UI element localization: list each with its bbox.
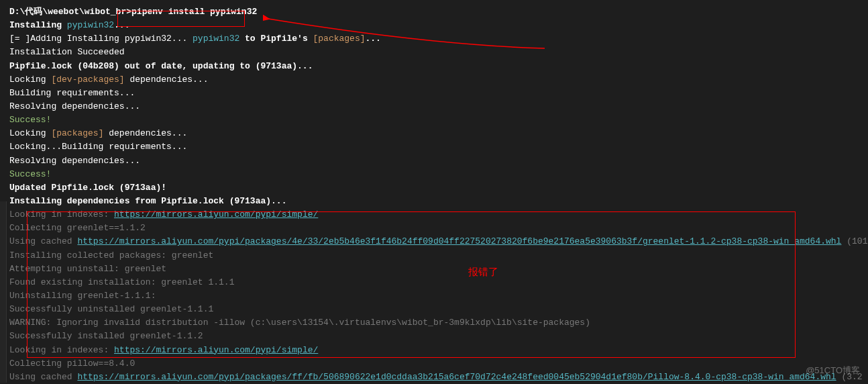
collecting-greenlet-line: Collecting greenlet==1.1.2 — [9, 222, 868, 235]
looking-label-2: Looking in indexes: — [9, 345, 114, 355]
installing-collected-line: Installing collected packages: greenlet — [9, 249, 868, 262]
adding-to: to Pipfile's — [239, 34, 313, 44]
using-cached-greenlet-line: Using cached https://mirrors.aliyun.com/… — [9, 235, 868, 248]
attempting-uninstall-line: Attempting uninstall: greenlet — [9, 262, 868, 276]
adding-dots: ... — [366, 34, 381, 44]
looking-indexes-1: Looking in indexes: https://mirrors.aliy… — [9, 208, 868, 222]
looking-label: Looking in indexes: — [9, 209, 114, 220]
uninstalled-line: Successfully uninstalled greenlet-1.1.1 — [9, 303, 868, 316]
prompt-command: pipenv install pypiwin32 — [131, 7, 257, 17]
install-succeeded-line: Installation Succeeded — [9, 46, 868, 59]
prompt-path: D:\代码\weebot\wibot_br> — [9, 7, 131, 17]
found-existing-line: Found existing installation: greenlet 1.… — [9, 276, 868, 289]
locking-building-line: Locking...Building requirements... — [9, 140, 868, 154]
greenlet-size: (101 kB) — [841, 236, 868, 246]
adding-package: pypiwin32 — [193, 34, 239, 44]
error-annotation-label: 报错了 — [468, 264, 498, 279]
pipfile-lock-line: Pipfile.lock (04b208) out of date, updat… — [9, 60, 868, 73]
watermark-text: @51CTO博客 — [806, 364, 860, 377]
building-req-line: Building requirements... — [9, 87, 868, 100]
using-cached-pillow-line: Using cached https://mirrors.aliyun.com/… — [9, 371, 868, 384]
success-greenlet-line: Successfully installed greenlet-1.1.2 — [9, 330, 868, 343]
success-line-1: Success! — [9, 113, 868, 127]
terminal-output[interactable]: D:\代码\weebot\wibot_br>pipenv install pyp… — [0, 0, 868, 384]
installing-line: Installing pypiwin32... — [9, 19, 868, 32]
installing-package: pypiwin32 — [67, 20, 114, 30]
dev-packages-bracket: [dev-packages] — [51, 75, 124, 85]
adding-prefix: [= ]Adding Installing pypiwin32... — [9, 34, 193, 44]
packages-bracket: [packages] — [51, 128, 103, 138]
installing-label: Installing — [9, 20, 67, 30]
locking-label: Locking — [9, 75, 51, 85]
looking-indexes-2: Looking in indexes: https://mirrors.aliy… — [9, 344, 868, 357]
locking-dev-line: Locking [dev-packages] dependencies... — [9, 73, 868, 87]
adding-packages-bracket: [packages] — [313, 34, 365, 44]
locking-packages-line: Locking [packages] dependencies... — [9, 127, 868, 140]
warning-line: WARNING: Ignoring invalid distribution -… — [9, 316, 868, 330]
success-line-2: Success! — [9, 168, 868, 181]
installing-dots: ... — [114, 20, 129, 30]
resolving-line: Resolving dependencies... — [9, 100, 868, 113]
mirror-link-2[interactable]: https://mirrors.aliyun.com/pypi/simple/ — [114, 345, 318, 355]
mirror-link-1[interactable]: https://mirrors.aliyun.com/pypi/simple/ — [114, 209, 318, 220]
adding-line: [= ]Adding Installing pypiwin32... pypiw… — [9, 32, 868, 46]
using-cached-label: Using cached — [9, 236, 77, 246]
resolving-line-2: Resolving dependencies... — [9, 154, 868, 168]
locking-label-2: Locking — [9, 128, 51, 138]
updated-line: Updated Pipfile.lock (9713aa)! — [9, 181, 868, 195]
pillow-whl-link[interactable]: https://mirrors.aliyun.com/pypi/packages… — [77, 372, 836, 382]
greenlet-whl-link[interactable]: https://mirrors.aliyun.com/pypi/packages… — [77, 236, 841, 246]
using-cached-label-2: Using cached — [9, 372, 77, 382]
collecting-pillow-line: Collecting pillow==8.4.0 — [9, 357, 868, 371]
dependencies-text-2: dependencies... — [103, 128, 187, 138]
dependencies-text: dependencies... — [125, 75, 209, 85]
installing-deps-line: Installing dependencies from Pipfile.loc… — [9, 195, 868, 208]
uninstalling-line: Uninstalling greenlet-1.1.1: — [9, 289, 868, 303]
prompt-line: D:\代码\weebot\wibot_br>pipenv install pyp… — [9, 5, 868, 19]
